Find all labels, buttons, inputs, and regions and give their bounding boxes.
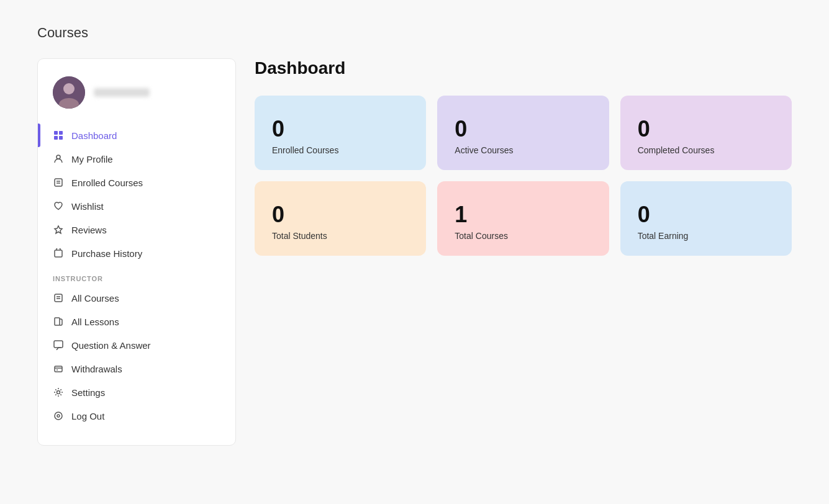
stat-card-active-courses: 0 Active Courses — [437, 96, 609, 170]
sidebar-item-all-courses[interactable]: All Courses — [38, 286, 235, 310]
total-courses-number: 1 — [455, 204, 591, 226]
sidebar-item-withdrawals[interactable]: Withdrawals — [38, 357, 235, 380]
page-title: Courses — [37, 25, 792, 41]
instructor-section-label: INSTRUCTOR — [38, 265, 235, 286]
sidebar-item-wishlist[interactable]: Wishlist — [38, 194, 235, 218]
main-content: Dashboard 0 Enrolled Courses 0 Active Co… — [255, 58, 792, 256]
total-students-label: Total Students — [272, 231, 409, 241]
sidebar-item-log-out[interactable]: Log Out — [38, 404, 235, 428]
qa-icon — [53, 340, 64, 351]
dashboard-icon — [53, 130, 64, 141]
svg-rect-13 — [55, 294, 62, 302]
completed-courses-label: Completed Courses — [638, 145, 774, 155]
active-courses-label: Active Courses — [455, 145, 591, 155]
reviews-label: Reviews — [71, 225, 107, 235]
svg-point-7 — [57, 155, 60, 159]
stat-card-total-earning: 0 Total Earning — [620, 181, 792, 256]
svg-point-19 — [57, 369, 58, 371]
purchase-icon — [53, 248, 64, 259]
all-courses-icon — [53, 292, 64, 304]
settings-icon — [53, 387, 64, 398]
wishlist-label: Wishlist — [71, 201, 104, 212]
enrolled-courses-label: Enrolled Courses — [272, 145, 409, 155]
svg-rect-18 — [55, 366, 62, 372]
profile-icon — [53, 153, 64, 164]
settings-label: Settings — [71, 387, 105, 398]
reviews-icon — [53, 224, 64, 235]
svg-rect-12 — [55, 250, 62, 257]
question-answer-label: Question & Answer — [71, 340, 151, 351]
logout-icon — [53, 410, 64, 421]
stats-grid: 0 Enrolled Courses 0 Active Courses 0 Co… — [255, 96, 792, 256]
all-courses-label: All Courses — [71, 293, 119, 304]
total-students-number: 0 — [272, 204, 409, 226]
sidebar: Dashboard My Profile — [37, 58, 236, 446]
svg-rect-6 — [59, 136, 63, 140]
sidebar-item-all-lessons[interactable]: All Lessons — [38, 310, 235, 333]
svg-rect-4 — [59, 131, 63, 135]
lessons-icon — [53, 316, 64, 327]
svg-rect-17 — [54, 341, 63, 348]
withdrawals-label: Withdrawals — [71, 364, 122, 374]
all-lessons-label: All Lessons — [71, 317, 119, 327]
sidebar-item-enrolled-courses[interactable]: Enrolled Courses — [38, 171, 235, 194]
sidebar-item-purchase-history[interactable]: Purchase History — [38, 241, 235, 265]
svg-point-22 — [57, 415, 60, 417]
svg-rect-8 — [55, 179, 62, 186]
page-wrapper: Courses — [0, 0, 829, 470]
total-earning-number: 0 — [638, 204, 774, 226]
enrolled-courses-number: 0 — [272, 118, 409, 140]
sidebar-item-question-answer[interactable]: Question & Answer — [38, 333, 235, 357]
svg-rect-5 — [54, 136, 58, 140]
courses-icon — [53, 177, 64, 188]
svg-point-20 — [57, 391, 60, 394]
active-courses-number: 0 — [455, 118, 591, 140]
withdrawals-icon — [53, 363, 64, 374]
username-display — [94, 88, 150, 97]
sidebar-profile — [38, 76, 235, 124]
avatar — [53, 76, 85, 109]
enrolled-courses-label: Enrolled Courses — [71, 178, 143, 188]
stat-card-completed-courses: 0 Completed Courses — [620, 96, 792, 170]
svg-rect-3 — [54, 131, 58, 135]
sidebar-item-settings[interactable]: Settings — [38, 380, 235, 404]
main-layout: Dashboard My Profile — [37, 58, 792, 446]
stat-card-total-students: 0 Total Students — [255, 181, 426, 256]
completed-courses-number: 0 — [638, 118, 774, 140]
sidebar-item-reviews[interactable]: Reviews — [38, 218, 235, 241]
svg-rect-16 — [55, 318, 60, 325]
stat-card-total-courses: 1 Total Courses — [437, 181, 609, 256]
purchase-history-label: Purchase History — [71, 248, 142, 259]
sidebar-nav: Dashboard My Profile — [38, 124, 235, 265]
my-profile-label: My Profile — [71, 154, 113, 164]
total-courses-label: Total Courses — [455, 231, 591, 241]
log-out-label: Log Out — [71, 411, 104, 421]
svg-marker-11 — [55, 226, 62, 233]
svg-point-1 — [63, 83, 75, 94]
dashboard-title: Dashboard — [255, 58, 792, 78]
total-earning-label: Total Earning — [638, 231, 774, 241]
stat-card-enrolled-courses: 0 Enrolled Courses — [255, 96, 426, 170]
sidebar-item-dashboard[interactable]: Dashboard — [38, 124, 235, 147]
dashboard-label: Dashboard — [71, 130, 117, 141]
wishlist-icon — [53, 200, 64, 212]
svg-point-21 — [55, 412, 62, 420]
instructor-nav: All Courses All Lessons — [38, 286, 235, 428]
sidebar-item-my-profile[interactable]: My Profile — [38, 147, 235, 171]
